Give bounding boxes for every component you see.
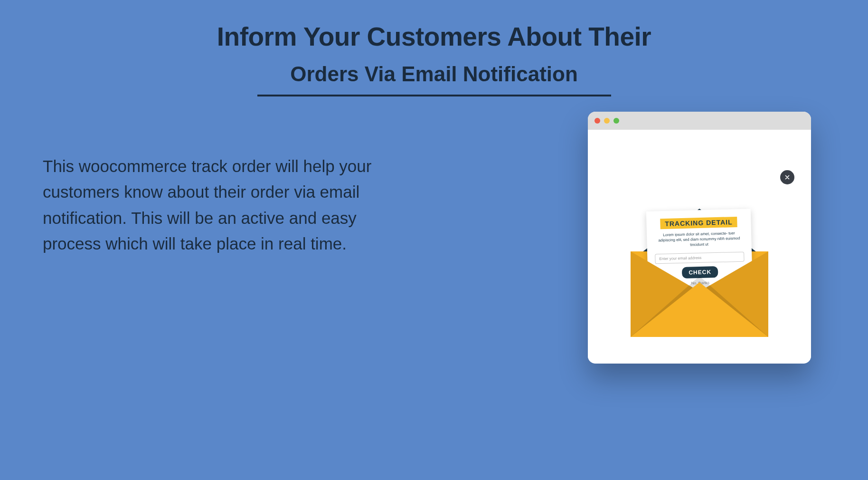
window-maximize-icon: [613, 118, 619, 124]
heading-line-2: Orders Via Email Notification: [290, 62, 578, 86]
popup-close-button[interactable]: [780, 170, 794, 184]
description-text: This woocommerce track order will help y…: [43, 154, 413, 257]
heading-line-1: Inform Your Customers About Their: [0, 21, 868, 52]
heading-underline: [257, 95, 611, 96]
popup-description: Lorem ipsum dolor sit amet, consecte- tu…: [654, 230, 744, 248]
window-minimize-icon: [604, 118, 610, 124]
close-icon: [784, 174, 791, 181]
browser-window-mockup: TRACKING DETAIL Lorem ipsum dolor sit am…: [588, 112, 811, 364]
page-heading: Inform Your Customers About Their Orders…: [0, 0, 868, 96]
email-input[interactable]: Enter your email address: [655, 252, 744, 264]
popup-title: TRACKING DETAIL: [660, 217, 737, 229]
envelope-illustration: TRACKING DETAIL Lorem ipsum dolor sit am…: [631, 185, 768, 337]
browser-titlebar: [588, 112, 811, 130]
window-close-icon: [594, 118, 600, 124]
browser-body: TRACKING DETAIL Lorem ipsum dolor sit am…: [588, 130, 811, 364]
